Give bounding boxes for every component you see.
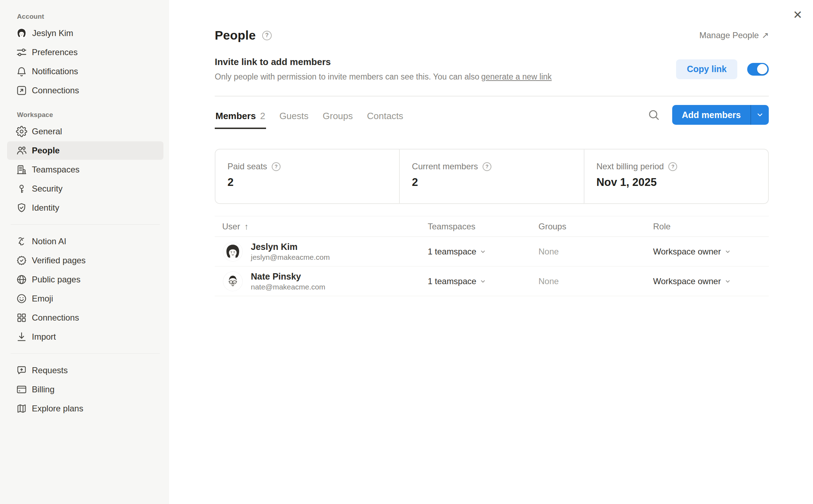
tab-members[interactable]: Members 2 [215,106,266,129]
table-row[interactable]: Nate Pinsky nate@makeacme.com 1 teamspac… [215,266,769,296]
sidebar-item-connections-workspace[interactable]: Connections [7,309,163,327]
sidebar-item-label: Connections [32,86,79,95]
sidebar-item-security[interactable]: Security [7,180,163,198]
tab-contacts-label: Contacts [367,111,403,122]
tab-groups-label: Groups [323,111,353,122]
sidebar-item-label: Jeslyn Kim [32,28,73,38]
sidebar-item-preferences[interactable]: Preferences [7,43,163,61]
column-header-groups[interactable]: Groups [538,222,653,232]
sidebar-item-import[interactable]: Import [7,328,163,346]
sidebar-item-label: Teamspaces [32,165,80,175]
teamspaces-dropdown[interactable]: 1 teamspace [428,276,538,286]
tab-contacts[interactable]: Contacts [366,106,404,129]
sidebar-section-title-workspace: Workspace [17,111,163,119]
page-title: People [215,28,256,42]
stat-label: Paid seats [227,162,267,171]
stat-value: 2 [227,176,399,189]
stat-label: Current members [412,162,478,171]
sidebar-item-connections-account[interactable]: Connections [7,81,163,100]
sidebar-item-label: Import [32,332,56,342]
sidebar-item-explore-plans[interactable]: Explore plans [7,399,163,418]
sidebar-item-notion-ai[interactable]: Notion AI [7,232,163,251]
sidebar-divider [11,224,160,225]
role-dropdown[interactable]: Workspace owner [653,247,769,257]
toggle-knob [757,64,767,74]
sidebar-divider [11,353,160,354]
column-header-role[interactable]: Role [653,222,769,232]
column-label: User [222,222,240,232]
bell-icon [16,66,27,77]
external-link-arrow-icon: ↗ [762,30,769,40]
people-icon [16,145,27,157]
help-icon[interactable]: ? [483,162,491,171]
generate-new-link[interactable]: generate a new link [481,72,552,81]
globe-icon [16,274,27,286]
sidebar-item-label: Security [32,184,63,194]
sidebar-item-public-pages[interactable]: Public pages [7,270,163,289]
help-icon[interactable]: ? [262,31,272,40]
sidebar-item-requests[interactable]: Requests [7,361,163,380]
help-icon[interactable]: ? [668,162,677,171]
tab-groups[interactable]: Groups [322,106,353,129]
sidebar-item-label: Public pages [32,275,80,285]
sidebar-item-label: Preferences [32,47,77,57]
member-avatar [223,272,242,291]
grid-icon [16,312,27,324]
sidebar-item-notifications[interactable]: Notifications [7,62,163,81]
settings-sidebar: Account Jeslyn Kim Preferences Notificat… [0,0,169,504]
manage-people-link[interactable]: Manage People ↗ [699,30,769,40]
chevron-down-icon[interactable] [751,105,769,125]
sidebar-item-emoji[interactable]: Emoji [7,289,163,308]
invite-link-section: Invite link to add members Only people w… [215,57,552,82]
close-icon[interactable]: ✕ [793,9,802,20]
column-header-user[interactable]: User ↑ [215,222,428,232]
sidebar-item-label: Connections [32,313,79,323]
sidebar-item-identity[interactable]: Identity [7,199,163,217]
role-dropdown[interactable]: Workspace owner [653,276,769,286]
stat-value: 2 [412,176,583,189]
credit-card-icon [16,384,27,395]
sidebar-item-label: Billing [32,385,54,394]
add-members-button[interactable]: Add members [672,105,769,125]
stat-label: Next billing period [596,162,664,171]
table-header: User ↑ Teamspaces Groups Role [215,216,769,237]
smiley-icon [16,293,27,305]
sidebar-item-people[interactable]: People [7,141,163,160]
teamspaces-dropdown[interactable]: 1 teamspace [428,247,538,257]
invite-link-toggle[interactable] [747,63,769,76]
sidebar-item-general[interactable]: General [7,122,163,141]
arrow-up-right-square-icon [16,85,27,96]
chevron-down-icon [479,278,486,285]
invite-description-text: Only people with permission to invite me… [215,72,479,81]
stat-paid-seats: Paid seats ? 2 [215,150,399,203]
table-row[interactable]: Jeslyn Kim jeslyn@makeacme.com 1 teamspa… [215,237,769,266]
add-members-label: Add members [672,105,750,125]
sidebar-item-label: Explore plans [32,404,83,414]
column-header-teamspaces[interactable]: Teamspaces [428,222,538,232]
sidebar-item-label: Emoji [32,294,53,304]
sort-ascending-icon: ↑ [244,222,249,232]
member-avatar [223,242,242,261]
help-icon[interactable]: ? [272,162,281,171]
sidebar-item-label: Notion AI [32,236,66,246]
sidebar-item-label: Notifications [32,66,78,76]
verified-badge-icon [16,255,27,266]
chevron-down-icon [724,278,731,285]
sidebar-item-account-user[interactable]: Jeslyn Kim [7,24,163,42]
notion-ai-face-icon [16,236,27,247]
tab-guests[interactable]: Guests [279,106,309,129]
copy-link-button[interactable]: Copy link [676,59,737,79]
sidebar-item-verified-pages[interactable]: Verified pages [7,251,163,270]
gear-icon [16,126,27,137]
user-cell: Nate Pinsky nate@makeacme.com [215,271,428,291]
stat-value: Nov 1, 2025 [596,176,768,189]
invite-description: Only people with permission to invite me… [215,72,552,82]
sidebar-item-billing[interactable]: Billing [7,380,163,399]
user-avatar [16,27,28,39]
manage-people-label: Manage People [699,30,759,40]
sidebar-item-teamspaces[interactable]: Teamspaces [7,160,163,179]
teamspaces-value: 1 teamspace [428,276,476,286]
chevron-down-icon [724,248,731,255]
search-icon[interactable] [647,109,660,121]
member-name: Nate Pinsky [251,271,325,282]
